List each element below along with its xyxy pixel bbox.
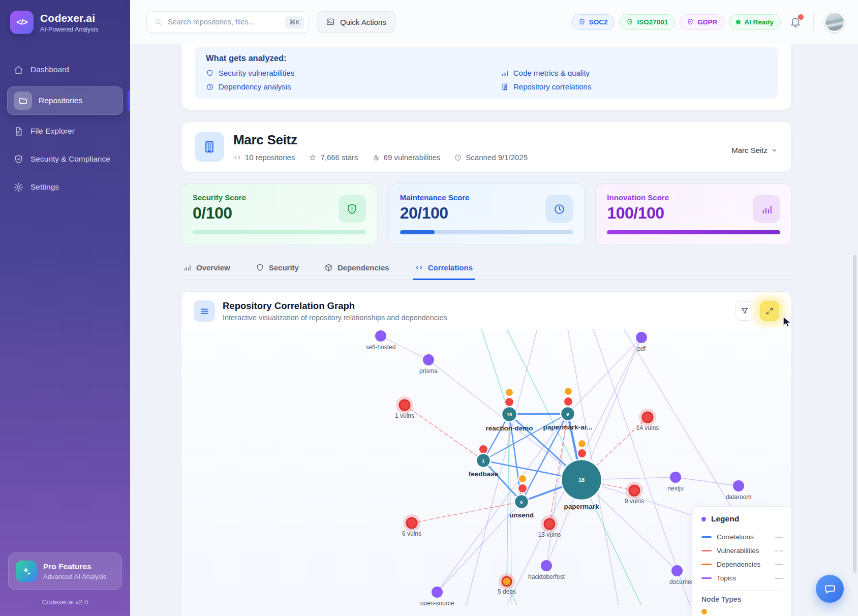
score-card-maintenance-score: Maintenance Score 20/100	[388, 183, 585, 245]
owner-stat: 69 vulnerabilities	[372, 153, 441, 162]
shieldcheck-icon	[13, 154, 24, 165]
shield-icon	[206, 69, 214, 77]
sidebar-nav: DashboardRepositoriesFile ExplorerSecuri…	[0, 44, 130, 204]
filter-button[interactable]	[735, 301, 754, 321]
code-icon	[233, 153, 241, 162]
node-label: 14 vulns	[636, 424, 659, 432]
app-version: Codexer.ai v2.0	[0, 598, 130, 616]
quick-actions-button[interactable]: Quick Actions	[317, 11, 395, 33]
legend-node-types-title: Node Types	[701, 595, 783, 603]
graph-node-dataroom[interactable]	[733, 480, 744, 491]
sidebar-item-security-compliance[interactable]: Security & Compliance	[7, 148, 123, 171]
graph-node-pdf[interactable]	[636, 332, 647, 343]
app-title: Codexer.ai	[40, 12, 99, 24]
graph-title: Repository Correlation Graph	[223, 300, 447, 312]
graph-node-sefl-hosted[interactable]	[375, 330, 386, 342]
red-badge-dot	[505, 397, 514, 407]
graph-node-v13[interactable]	[544, 519, 555, 529]
score-value: 20/100	[400, 204, 470, 223]
bug-icon	[372, 153, 380, 162]
legend-row-label: Correlations	[717, 533, 770, 541]
graph-node-hacktoberfest[interactable]	[541, 560, 552, 571]
node-label: 1 vulns	[395, 412, 414, 419]
sidebar-item-repositories[interactable]: Repositories	[7, 86, 123, 115]
notification-dot	[798, 14, 804, 20]
owner-stat: 7,666 stars	[309, 153, 358, 162]
score-progress-track	[193, 230, 366, 234]
tab-dependencies[interactable]: Dependencies	[322, 258, 391, 280]
user-avatar[interactable]	[824, 12, 845, 32]
building-icon	[501, 83, 509, 91]
graph-edge-topic	[593, 329, 690, 605]
graph-node-open-source[interactable]	[432, 587, 443, 598]
chevron-icon	[771, 146, 778, 154]
owner-selector[interactable]: Marc Seitz	[731, 132, 778, 162]
clock-icon	[545, 195, 573, 223]
chat-button[interactable]	[816, 575, 844, 603]
graph-node-v9[interactable]	[629, 485, 639, 496]
graph-node-v14[interactable]	[642, 412, 653, 422]
node-label: feedbase	[469, 470, 499, 478]
sidebar-item-dashboard[interactable]: Dashboard	[7, 58, 123, 81]
codexer-logo-icon: </>	[10, 11, 34, 34]
legend-row: Topics	[701, 571, 783, 585]
code-icon	[415, 263, 423, 272]
node-label: prisma	[419, 367, 438, 375]
owner-card: Marc Seitz 10 repositories7,666 stars69 …	[181, 121, 792, 172]
sidebar-item-label: Dashboard	[30, 65, 69, 75]
search-input[interactable]	[168, 18, 280, 26]
legend-row: Dependencies	[701, 558, 783, 571]
home-icon	[13, 65, 24, 75]
search-bar: ⌘K	[146, 11, 309, 33]
graph-node-d5[interactable]	[502, 577, 511, 586]
graph-legend: Legend Correlations Vulnerabilities Depe…	[692, 506, 791, 616]
graph-node-v1[interactable]	[400, 400, 410, 410]
red-badge-dot	[564, 397, 573, 406]
folder-icon	[14, 91, 32, 110]
sidebar-item-label: Security & Compliance	[30, 154, 110, 165]
badge-ai-ready: AI Ready	[729, 14, 781, 30]
tab-overview[interactable]: Overview	[181, 258, 232, 280]
score-label: Security Score	[193, 193, 246, 202]
expand-icon	[765, 306, 774, 316]
graph-node-nextjs[interactable]	[670, 472, 681, 483]
graph-node-prisma[interactable]	[423, 354, 434, 365]
graph-edge-topic	[568, 337, 641, 414]
vertical-scrollbar-thumb[interactable]	[853, 255, 856, 573]
graph-node-v6[interactable]	[407, 518, 417, 528]
node-label: sefl-hosted	[366, 344, 396, 351]
node-count: 1	[482, 458, 485, 464]
sidebar-item-file-explorer[interactable]: File Explorer	[7, 120, 123, 143]
owner-stat-label: 10 repositories	[245, 153, 295, 162]
terminal-icon	[326, 17, 335, 26]
tab-label: Dependencies	[338, 263, 389, 272]
sidebar-item-settings[interactable]: Settings	[7, 176, 123, 199]
owner-selector-label: Marc Seitz	[731, 146, 768, 155]
pro-features-card[interactable]: Pro Features Advanced AI Analysis	[8, 552, 122, 590]
tab-security[interactable]: Security	[254, 258, 301, 280]
orange-badge-dot	[518, 475, 527, 483]
legend-dot-icon	[701, 517, 706, 521]
score-progress-fill	[400, 230, 435, 234]
sidebar-item-label: Repositories	[39, 96, 82, 106]
chart-icon	[753, 195, 780, 223]
file-icon	[13, 126, 24, 137]
graph-node-document-sha[interactable]	[671, 565, 683, 576]
analyzed-item-label: Security vulnerabilities	[219, 69, 294, 77]
badge-soc2: SOC2	[571, 14, 615, 30]
graph-edge-dep	[507, 414, 509, 581]
analyzed-item-label: Repository correlations	[513, 82, 591, 91]
node-label: reaction-demo	[485, 424, 533, 432]
tab-correlations[interactable]: Correlations	[413, 258, 475, 280]
node-label: papermark	[564, 503, 599, 510]
orange-badge-dot	[578, 440, 586, 448]
expand-button[interactable]	[760, 301, 779, 321]
legend-rows: Correlations Vulnerabilities Dependencie…	[701, 530, 783, 585]
score-progress-fill	[607, 230, 780, 234]
notifications-button[interactable]	[789, 16, 802, 28]
sidebar: </> Codexer.ai AI-Powered Analysis Dashb…	[0, 0, 130, 616]
score-value: 100/100	[607, 204, 669, 223]
analyzed-items: Security vulnerabilitiesCode metrics & q…	[206, 69, 767, 91]
analyzed-item: Security vulnerabilities	[206, 69, 501, 77]
topbar-right: SOC2ISO27001GDPRAI Ready	[571, 12, 845, 32]
